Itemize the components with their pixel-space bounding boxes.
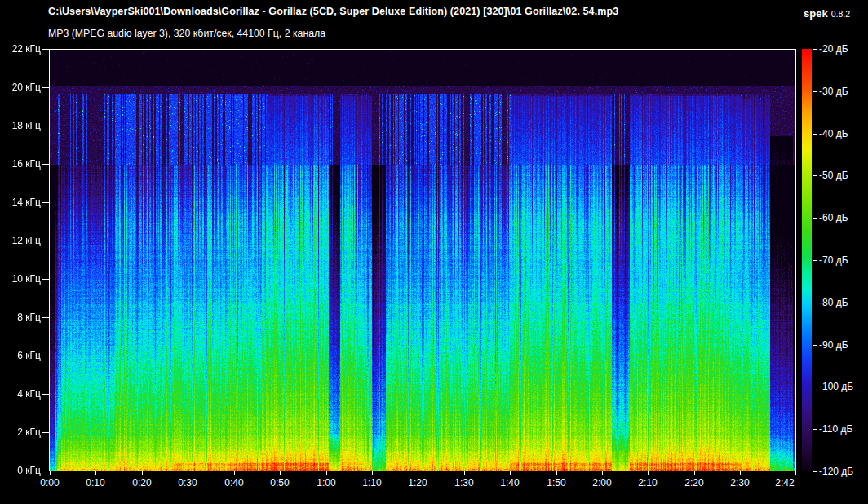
db-tick — [813, 91, 817, 92]
db-tick — [813, 303, 817, 303]
spek-window: C:\Users\VayperSki001\Downloads\Gorillaz… — [0, 0, 868, 504]
freq-tick-label: 2 кГц — [0, 427, 41, 438]
time-tick — [510, 471, 511, 475]
time-tick-label: 2:20 — [676, 477, 712, 489]
plot-border-right — [795, 49, 796, 471]
freq-tick — [42, 164, 49, 165]
time-tick-label: 2:10 — [630, 477, 666, 489]
db-tick-label: -50 дБ — [819, 170, 848, 181]
time-tick-label: 2:30 — [722, 477, 758, 489]
freq-tick-label: 0 кГц — [0, 465, 41, 476]
freq-tick — [42, 241, 49, 241]
db-tick-label: -80 дБ — [819, 297, 848, 308]
time-tick-label: 0:30 — [170, 477, 206, 489]
db-tick — [813, 49, 817, 50]
freq-tick — [42, 432, 49, 433]
audio-info-line: MP3 (MPEG audio layer 3), 320 кбит/сек, … — [48, 28, 326, 39]
freq-tick-label: 8 кГц — [0, 312, 41, 323]
db-tick — [813, 134, 817, 135]
freq-tick — [42, 471, 49, 471]
time-tick — [694, 471, 695, 475]
app-name-label: spek — [804, 7, 828, 20]
time-tick — [326, 471, 327, 475]
freq-tick — [42, 126, 49, 126]
db-tick-label: -70 дБ — [819, 254, 848, 266]
time-tick — [740, 471, 741, 475]
time-tick-label: 0:40 — [216, 477, 252, 489]
freq-tick-label: 14 кГц — [0, 197, 41, 208]
time-tick — [795, 471, 796, 475]
time-tick-label: 1:40 — [492, 477, 528, 489]
freq-tick — [42, 87, 49, 88]
db-tick-label: -100 дБ — [819, 381, 853, 392]
time-tick-label: 1:30 — [446, 477, 482, 489]
freq-tick-label: 6 кГц — [0, 350, 41, 361]
file-path-title: C:\Users\VayperSki001\Downloads\Gorillaz… — [48, 6, 618, 17]
time-tick — [602, 471, 603, 475]
db-tick — [813, 218, 817, 219]
time-tick-label: 1:10 — [354, 477, 390, 489]
time-tick — [188, 471, 188, 475]
db-tick-label: -40 дБ — [819, 128, 848, 139]
colorbar-gradient — [802, 49, 812, 471]
app-version-label: 0.8.2 — [831, 9, 850, 19]
freq-tick — [42, 356, 49, 356]
freq-tick-label: 16 кГц — [0, 158, 41, 170]
time-tick — [556, 471, 557, 475]
time-tick — [648, 471, 649, 475]
time-tick — [464, 471, 465, 475]
spectrogram-canvas — [50, 50, 795, 471]
time-tick-label: 2:00 — [584, 477, 620, 489]
time-tick — [234, 471, 235, 475]
db-tick-label: -110 дБ — [819, 423, 852, 435]
time-tick-label: 1:00 — [308, 477, 344, 489]
freq-tick — [42, 49, 49, 50]
freq-tick-label: 12 кГц — [0, 235, 41, 246]
db-tick-label: -30 дБ — [819, 86, 848, 97]
db-tick — [813, 429, 817, 430]
db-tick — [813, 387, 817, 387]
time-tick-label: 2:42 — [767, 477, 803, 489]
time-tick-label: 0:50 — [262, 477, 298, 489]
time-tick — [372, 471, 373, 475]
time-tick — [95, 471, 96, 475]
time-tick — [280, 471, 281, 475]
freq-tick — [42, 317, 49, 318]
freq-tick — [42, 279, 49, 280]
freq-tick — [42, 394, 49, 395]
time-tick-label: 0:10 — [78, 477, 113, 489]
db-tick — [813, 471, 817, 472]
time-tick — [50, 471, 51, 475]
db-tick-label: -20 дБ — [819, 43, 848, 55]
freq-tick-label: 18 кГц — [0, 120, 41, 131]
freq-tick-label: 20 кГц — [0, 82, 41, 93]
db-tick-label: -60 дБ — [819, 212, 848, 223]
freq-tick-label: 10 кГц — [0, 273, 41, 285]
db-tick — [813, 260, 817, 261]
time-tick-label: 1:50 — [538, 477, 574, 489]
time-tick-label: 0:00 — [32, 477, 68, 489]
time-tick — [142, 471, 143, 475]
db-tick — [813, 175, 817, 176]
db-tick-label: -90 дБ — [819, 339, 848, 351]
time-tick-label: 0:20 — [124, 477, 160, 489]
db-tick — [813, 345, 817, 346]
time-tick — [418, 471, 418, 475]
freq-tick-label: 22 кГц — [0, 43, 41, 55]
freq-tick — [42, 202, 49, 203]
time-tick-label: 1:20 — [400, 477, 436, 489]
db-tick-label: -120 дБ — [819, 466, 853, 477]
freq-tick-label: 4 кГц — [0, 388, 41, 400]
app-brand: spek0.8.2 — [804, 6, 850, 20]
